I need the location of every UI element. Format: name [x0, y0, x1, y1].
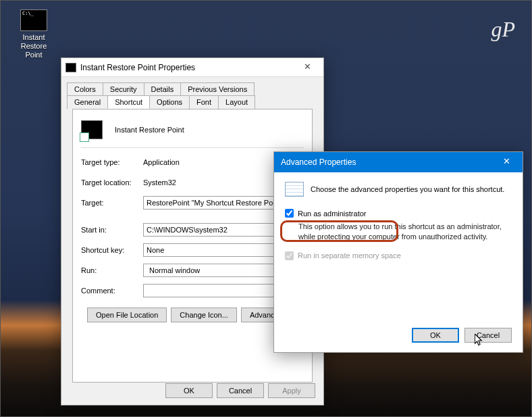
run-as-admin-description: This option allows you to run this short…: [298, 222, 512, 242]
tab-details[interactable]: Details: [144, 82, 182, 95]
run-as-admin-checkbox[interactable]: [285, 209, 294, 218]
target-location-label: Target location:: [81, 178, 143, 187]
apply-button[interactable]: Apply: [268, 383, 315, 398]
run-as-admin-label: Run as administrator: [298, 210, 367, 218]
separate-memory-option: Run in separate memory space: [285, 251, 512, 260]
tab-colors[interactable]: Colors: [67, 82, 103, 95]
desktop-shortcut-instant-restore[interactable]: Instant Restore Point: [15, 9, 53, 60]
shortcut-name: Instant Restore Point: [115, 126, 184, 134]
advanced-titlebar[interactable]: Advanced Properties ✕: [274, 152, 523, 172]
target-label: Target:: [81, 199, 143, 207]
tab-layout[interactable]: Layout: [218, 95, 255, 109]
comment-label: Comment:: [81, 287, 143, 295]
tab-shortcut[interactable]: Shortcut: [107, 95, 150, 109]
run-label: Run:: [81, 266, 143, 274]
properties-titlebar[interactable]: Instant Restore Point Properties ✕: [61, 58, 323, 77]
properties-title: Instant Restore Point Properties: [80, 63, 295, 72]
cmd-icon: [20, 9, 47, 31]
watermark: gP: [491, 17, 515, 42]
cancel-button[interactable]: Cancel: [217, 383, 264, 398]
tab-previous-versions[interactable]: Previous Versions: [180, 82, 255, 95]
tab-font[interactable]: Font: [189, 95, 219, 109]
run-as-admin-option[interactable]: Run as administrator: [285, 209, 512, 218]
change-icon-button[interactable]: Change Icon...: [171, 308, 237, 322]
advanced-title: Advanced Properties: [278, 157, 494, 167]
advanced-ok-button[interactable]: OK: [412, 328, 459, 343]
tab-general[interactable]: General: [67, 95, 108, 109]
shortcut-key-label: Shortcut key:: [81, 246, 143, 254]
close-icon[interactable]: ✕: [494, 155, 518, 170]
advanced-cancel-button[interactable]: Cancel: [464, 328, 512, 343]
target-type-label: Target type:: [81, 158, 143, 166]
separate-memory-label: Run in separate memory space: [298, 251, 401, 260]
cmd-icon: [65, 63, 76, 72]
start-in-label: Start in:: [81, 226, 143, 234]
advanced-intro: Choose the advanced properties you want …: [311, 185, 504, 193]
open-file-location-button[interactable]: Open File Location: [87, 308, 167, 322]
desktop-background: gP Instant Restore Point Instant Restore…: [0, 0, 532, 417]
tab-security[interactable]: Security: [103, 82, 144, 95]
advanced-properties-dialog: Advanced Properties ✕ Choose the advance…: [273, 151, 523, 353]
tab-options[interactable]: Options: [149, 95, 190, 109]
ok-button[interactable]: OK: [165, 383, 213, 398]
separate-memory-checkbox: [285, 251, 294, 260]
properties-page-icon: [285, 182, 304, 197]
desktop-shortcut-label: Instant Restore Point: [15, 33, 53, 60]
close-icon[interactable]: ✕: [295, 60, 319, 75]
shortcut-icon: [81, 120, 103, 139]
